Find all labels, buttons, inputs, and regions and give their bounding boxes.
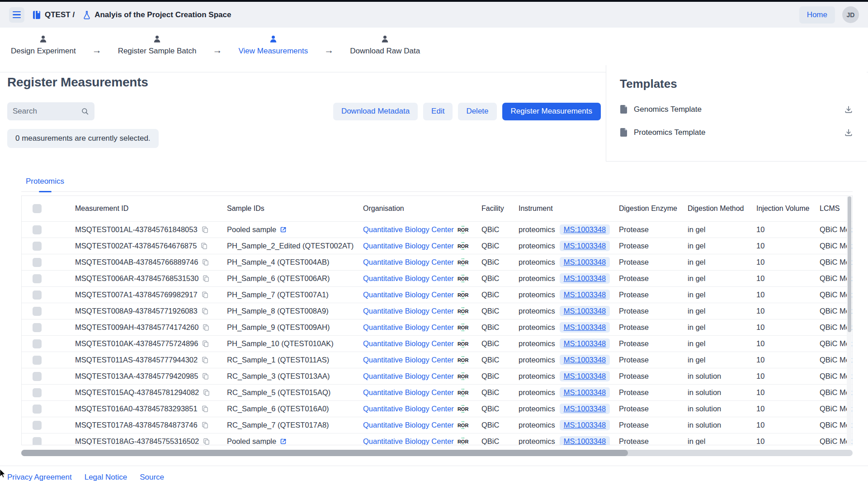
search-input[interactable]	[13, 107, 81, 116]
row-checkbox[interactable]	[33, 258, 42, 267]
tab-proteomics[interactable]: Proteomics	[21, 175, 69, 191]
instrument-ontology-link[interactable]: MS:1003348	[560, 436, 610, 445]
copy-icon[interactable]	[203, 438, 210, 445]
organisation-link[interactable]: Quantitative Biology Center	[363, 372, 454, 381]
organisation-link[interactable]: Quantitative Biology Center	[363, 339, 454, 348]
avatar[interactable]: JD	[842, 6, 859, 23]
horizontal-scrollbar[interactable]	[21, 450, 853, 456]
row-checkbox[interactable]	[33, 274, 42, 283]
instrument-ontology-link[interactable]: MS:1003348	[560, 387, 610, 398]
measurement-id: MSQTEST001AL-437845761848053	[75, 225, 198, 234]
organisation-link[interactable]: Quantitative Biology Center	[363, 258, 454, 267]
table-row: MSQTEST001AL-437845761848053 Pooled samp…	[22, 221, 852, 238]
ror-icon[interactable]: ROR	[458, 292, 468, 298]
project-code[interactable]: QTEST /	[45, 10, 75, 19]
instrument-ontology-link[interactable]: MS:1003348	[560, 404, 610, 414]
workflow-step-3[interactable]: View Measurements	[239, 35, 308, 56]
register-measurements-button[interactable]: Register Measurements	[502, 103, 601, 120]
instrument-ontology-link[interactable]: MS:1003348	[560, 371, 610, 381]
instrument-ontology-link[interactable]: MS:1003348	[560, 338, 610, 349]
row-checkbox[interactable]	[33, 421, 42, 430]
select-all-checkbox[interactable]	[33, 204, 42, 213]
ror-icon[interactable]: ROR	[458, 243, 468, 249]
organisation-link[interactable]: Quantitative Biology Center	[363, 225, 454, 234]
organisation-link[interactable]: Quantitative Biology Center	[363, 242, 454, 250]
ror-icon[interactable]: ROR	[458, 309, 468, 314]
external-link-icon[interactable]	[280, 226, 287, 233]
organisation-link[interactable]: Quantitative Biology Center	[363, 421, 454, 429]
workflow-step-2[interactable]: Register Sample Batch	[118, 35, 197, 56]
organisation-link[interactable]: Quantitative Biology Center	[363, 307, 454, 315]
search-box[interactable]	[7, 102, 94, 120]
copy-icon[interactable]	[202, 226, 208, 233]
search-icon	[81, 107, 89, 115]
copy-icon[interactable]	[202, 372, 209, 380]
copy-icon[interactable]	[202, 356, 208, 364]
row-checkbox[interactable]	[33, 291, 42, 300]
copy-icon[interactable]	[201, 242, 208, 250]
row-checkbox[interactable]	[33, 225, 42, 234]
row-checkbox[interactable]	[33, 388, 42, 397]
menu-icon[interactable]	[9, 7, 24, 23]
ror-icon[interactable]: ROR	[458, 439, 468, 444]
external-link-icon[interactable]	[280, 438, 287, 445]
row-checkbox[interactable]	[33, 372, 42, 381]
row-checkbox[interactable]	[33, 437, 42, 446]
footer-link-2[interactable]: Legal Notice	[85, 473, 127, 481]
ror-icon[interactable]: ROR	[458, 325, 468, 330]
instrument-ontology-link[interactable]: MS:1003348	[560, 273, 610, 284]
ror-icon[interactable]: ROR	[458, 341, 468, 347]
download-icon[interactable]	[844, 128, 853, 137]
ror-icon[interactable]: ROR	[458, 357, 468, 363]
organisation-link[interactable]: Quantitative Biology Center	[363, 274, 454, 283]
workflow-step-4[interactable]: Download Raw Data	[350, 35, 420, 56]
copy-icon[interactable]	[202, 405, 208, 413]
organisation-link[interactable]: Quantitative Biology Center	[363, 405, 454, 413]
copy-icon[interactable]	[203, 324, 209, 331]
copy-icon[interactable]	[202, 307, 208, 315]
copy-icon[interactable]	[203, 275, 209, 282]
organisation-link[interactable]: Quantitative Biology Center	[363, 388, 454, 397]
copy-icon[interactable]	[202, 421, 208, 429]
instrument-ontology-link[interactable]: MS:1003348	[560, 355, 610, 365]
row-checkbox[interactable]	[33, 405, 42, 414]
ror-icon[interactable]: ROR	[458, 276, 468, 281]
ror-icon[interactable]: ROR	[458, 423, 468, 428]
copy-icon[interactable]	[202, 340, 209, 348]
edit-button[interactable]: Edit	[423, 103, 453, 120]
ror-icon[interactable]: ROR	[458, 406, 468, 412]
footer-link-3[interactable]: Source	[140, 473, 164, 481]
ror-icon[interactable]: ROR	[458, 390, 468, 395]
instrument-ontology-link[interactable]: MS:1003348	[560, 241, 610, 251]
vertical-scrollbar[interactable]	[847, 196, 852, 444]
row-checkbox[interactable]	[33, 323, 42, 332]
ror-icon[interactable]: ROR	[458, 374, 468, 379]
ror-icon[interactable]: ROR	[458, 260, 468, 265]
horizontal-scrollbar-thumb[interactable]	[21, 450, 628, 456]
ror-icon[interactable]: ROR	[458, 227, 468, 233]
row-checkbox[interactable]	[33, 356, 42, 365]
organisation-link[interactable]: Quantitative Biology Center	[363, 291, 454, 299]
instrument-ontology-link[interactable]: MS:1003348	[560, 420, 610, 430]
copy-icon[interactable]	[202, 258, 209, 266]
instrument-ontology-link[interactable]: MS:1003348	[560, 257, 610, 267]
home-button[interactable]: Home	[799, 6, 835, 24]
instrument-ontology-link[interactable]: MS:1003348	[560, 290, 610, 300]
row-checkbox[interactable]	[33, 339, 42, 348]
copy-icon[interactable]	[202, 291, 208, 299]
organisation-link[interactable]: Quantitative Biology Center	[363, 323, 454, 332]
footer-link-1[interactable]: Privacy Agreement	[7, 473, 72, 481]
copy-icon[interactable]	[203, 389, 210, 396]
instrument-ontology-link[interactable]: MS:1003348	[560, 224, 610, 235]
instrument-ontology-link[interactable]: MS:1003348	[560, 322, 610, 333]
row-checkbox[interactable]	[33, 307, 42, 316]
vertical-scrollbar-thumb[interactable]	[848, 196, 851, 332]
download-icon[interactable]	[844, 105, 853, 114]
organisation-link[interactable]: Quantitative Biology Center	[363, 356, 454, 364]
organisation-link[interactable]: Quantitative Biology Center	[363, 437, 454, 445]
download-metadata-button[interactable]: Download Metadata	[333, 103, 418, 120]
row-checkbox[interactable]	[33, 242, 42, 251]
workflow-step-1[interactable]: Design Experiment	[11, 35, 76, 56]
instrument-ontology-link[interactable]: MS:1003348	[560, 306, 610, 316]
delete-button[interactable]: Delete	[458, 103, 496, 120]
